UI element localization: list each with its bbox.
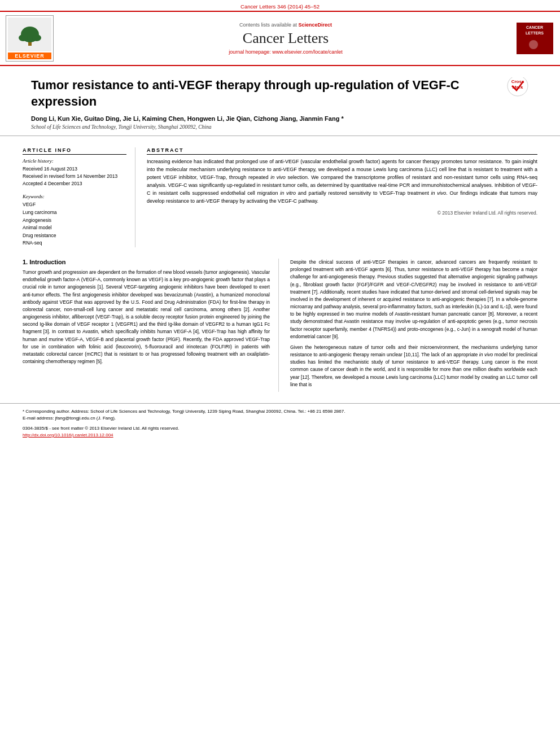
intro-right-para-1: Despite the clinical success of anti-VEG… (290, 259, 537, 340)
affiliation: School of Life Sciences and Technology, … (31, 124, 529, 130)
article-info-header: ARTICLE INFO (23, 147, 126, 155)
body-left-column: 1. Introduction Tumor growth and progres… (23, 259, 279, 392)
intro-right-para-2: Given the heterogeneous nature of tumor … (290, 344, 537, 388)
received-date: Received 16 August 2013 (23, 165, 126, 173)
keyword-rnaseq: RNA-seq (23, 239, 126, 247)
cancer-letters-logo: CANCER LETTERS (515, 15, 554, 62)
intro-left-para-1: Tumor growth and progression are depende… (23, 269, 270, 365)
cancer-letters-logo-line2: LETTERS (519, 30, 550, 36)
copyright-footnote: 0304-3835/$ - see front matter © 2013 El… (23, 425, 537, 432)
journal-header: ELSEVIER Contents lists available at Sci… (0, 11, 560, 66)
elsevier-logo-box: ELSEVIER (6, 15, 54, 62)
authors: Dong Li, Kun Xie, Guitao Ding, Jie Li, K… (31, 115, 529, 122)
cancer-letters-logo-box: CANCER LETTERS (517, 23, 553, 54)
footnote-area: * Corresponding author. Address: School … (0, 403, 560, 439)
keyword-drug: Drug resistance (23, 232, 126, 240)
journal-header-center: Contents lists available at ScienceDirec… (62, 15, 509, 62)
elsevier-tree-icon (13, 22, 47, 47)
corresponding-author: * Corresponding author. Address: School … (23, 408, 537, 415)
cancer-letters-logo-line1: CANCER (519, 25, 550, 30)
keyword-animal: Animal model (23, 224, 126, 232)
crossmark-area: Cross Mark (506, 77, 529, 98)
body-section: 1. Introduction Tumor growth and progres… (0, 253, 560, 397)
keywords-block: Keywords: VEGF Lung carcinoma Angiogenes… (23, 194, 126, 247)
revised-date: Received in revised form 14 November 201… (23, 173, 126, 180)
article-info-abstract-section: ARTICLE INFO Article history: Received 1… (0, 142, 560, 253)
journal-homepage[interactable]: journal homepage: www.elsevier.com/locat… (229, 49, 343, 55)
elsevier-logo-area: ELSEVIER (6, 15, 56, 62)
history-label: Article history: (23, 158, 126, 164)
journal-citation: Cancer Letters 346 (2014) 45–52 (240, 3, 320, 10)
article-title: Tumor resistance to anti-VEGF therapy th… (31, 77, 529, 110)
copyright: © 2013 Elsevier Ireland Ltd. All rights … (147, 210, 537, 216)
sciencedirect-link: Contents lists available at ScienceDirec… (239, 22, 332, 28)
article-history-block: Article history: Received 16 August 2013… (23, 158, 126, 187)
abstract-header: ABSTRACT (147, 147, 537, 155)
doi-link[interactable]: http://dx.doi.org/10.1016/j.canlet.2013.… (23, 432, 537, 439)
intro-title: 1. Introduction (23, 259, 270, 265)
cancer-letters-logo-image (519, 38, 548, 52)
svg-point-5 (529, 40, 538, 49)
body-right-column: Despite the clinical success of anti-VEG… (290, 259, 537, 392)
journal-citation-bar: Cancer Letters 346 (2014) 45–52 (0, 0, 560, 11)
keyword-angiogenesis: Angiogenesis (23, 217, 126, 225)
journal-title: Cancer Letters (243, 30, 329, 47)
sciencedirect-label[interactable]: ScienceDirect (299, 22, 333, 28)
elsevier-brand-label: ELSEVIER (8, 53, 51, 59)
abstract-column: ABSTRACT Increasing evidence has indicat… (147, 147, 537, 247)
keyword-lung: Lung carcinoma (23, 209, 126, 217)
keyword-vegf: VEGF (23, 201, 126, 209)
svg-point-3 (32, 34, 41, 41)
email-footnote: E-mail address: jfang@tongji.edu.cn (J. … (23, 415, 537, 422)
crossmark-icon: Cross Mark (506, 77, 529, 97)
keywords-label: Keywords: (23, 194, 126, 199)
svg-point-2 (19, 34, 28, 41)
article-info-column: ARTICLE INFO Article history: Received 1… (23, 147, 135, 247)
article-title-section: Cross Mark Tumor resistance to anti-VEGF… (0, 66, 560, 136)
accepted-date: Accepted 4 December 2013 (23, 180, 126, 187)
abstract-text: Increasing evidence has indicated that p… (147, 158, 537, 206)
elsevier-graphic (8, 18, 51, 51)
